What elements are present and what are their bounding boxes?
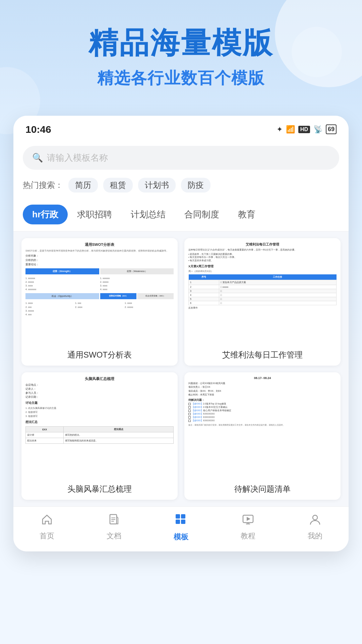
battery-indicator: 69 [326,124,337,134]
nav-profile-label: 我的 [308,531,322,541]
svg-rect-6 [176,520,180,524]
tab-contract[interactable]: 合同制度 [175,205,229,224]
nav-tutorial-label: 教程 [241,531,255,541]
tutorial-icon [242,513,254,529]
template-card-problem[interactable]: 08.17- 08.24 问题描述：公司XX项目XX相关问题 项目负责人：张王X… [184,372,341,500]
nav-tutorial[interactable]: 教程 [215,513,282,541]
nav-doc[interactable]: 文档 [80,513,147,541]
bottom-nav: 首页 文档 [13,506,349,551]
status-icons: ✦ 📶 HD 📡 69 [277,124,337,134]
hero-section: 精品海量模版 精选各行业数百个模版 [0,0,362,102]
phone-mockup: 10:46 ✦ 📶 HD 📡 69 🔍 请输入模板名称 热门搜索： 简历 租赁 … [13,116,349,551]
hot-tag-0[interactable]: 简历 [68,178,98,193]
template-label-aiwei: 艾维利法每日工作管理 [184,345,341,366]
hero-subtitle: 精选各行业数百个模版 [20,67,342,89]
template-label-problem: 待解决问题清单 [184,480,341,500]
nav-template[interactable]: 模板 [147,512,215,542]
hot-tag-3[interactable]: 防疫 [181,178,210,193]
document-icon [108,513,120,529]
template-card-swot[interactable]: 通用SWOT分析表 SWOT分析，是基于内外部竞争环境和竞争条件下的态势分析，将… [21,238,178,366]
template-card-brain[interactable]: 头脑风暴汇总梳理 会议地点： 记录人： 参与人员： 记录日期： 讨论主题 1. … [21,372,178,500]
svg-rect-5 [181,514,185,519]
hot-tag-2[interactable]: 计划书 [138,178,176,193]
nav-home[interactable]: 首页 [13,513,80,541]
template-label-brain: 头脑风暴汇总梳理 [21,480,178,500]
template-icon [174,512,188,530]
category-tabs: hr行政 求职招聘 计划总结 合同制度 教育 [13,198,349,231]
search-input-placeholder: 请输入模板名称 [47,152,108,164]
svg-rect-7 [181,520,185,524]
template-preview-swot: 通用SWOT分析表 SWOT分析，是基于内外部竞争环境和竞争条件下的态势分析，将… [21,238,178,345]
template-preview-problem: 08.17- 08.24 问题描述：公司XX项目XX相关问题 项目负责人：张王X… [184,372,341,480]
nav-template-label: 模板 [174,532,188,542]
tab-edu[interactable]: 教育 [229,205,265,224]
nav-profile[interactable]: 我的 [282,513,349,541]
template-label-swot: 通用SWOT分析表 [21,345,178,366]
status-time: 10:46 [25,124,51,135]
template-grid: 通用SWOT分析表 SWOT分析，是基于内外部竞争环境和竞争条件下的态势分析，将… [13,231,349,506]
signal-icon: 📡 [313,125,322,134]
profile-icon [309,513,321,529]
svg-rect-4 [176,514,180,519]
home-icon [41,513,53,529]
template-preview-brain: 头脑风暴汇总梳理 会议地点： 记录人： 参与人员： 记录日期： 讨论主题 1. … [21,372,178,480]
search-container: 🔍 请输入模板名称 [13,141,349,174]
search-bar[interactable]: 🔍 请输入模板名称 [23,146,339,170]
svg-point-12 [313,515,317,520]
hero-title: 精品海量模版 [20,27,342,59]
svg-marker-11 [247,517,250,521]
template-card-aiwei[interactable]: 艾维利法每日工作管理 这种每日管理法文父"六合作成功法"，每天改善最重要的六件事… [184,238,341,366]
hot-tag-1[interactable]: 租赁 [103,178,133,193]
nav-home-label: 首页 [40,531,54,541]
hd-badge: HD [298,126,310,133]
template-preview-aiwei: 艾维利法每日工作管理 这种每日管理法文父"六合作成功法"，每天改善最重要的六件事… [184,238,341,345]
hot-search-row: 热门搜索： 简历 租赁 计划书 防疫 [13,174,349,198]
status-bar: 10:46 ✦ 📶 HD 📡 69 [13,116,349,141]
bluetooth-icon: ✦ [277,125,283,134]
tab-plan[interactable]: 计划总结 [121,205,175,224]
wifi-icon: 📶 [286,125,295,134]
search-icon: 🔍 [32,153,43,163]
tab-hr[interactable]: hr行政 [23,205,68,224]
tab-recruit[interactable]: 求职招聘 [68,205,121,224]
hot-search-label: 热门搜索： [23,180,63,191]
nav-doc-label: 文档 [107,531,121,541]
